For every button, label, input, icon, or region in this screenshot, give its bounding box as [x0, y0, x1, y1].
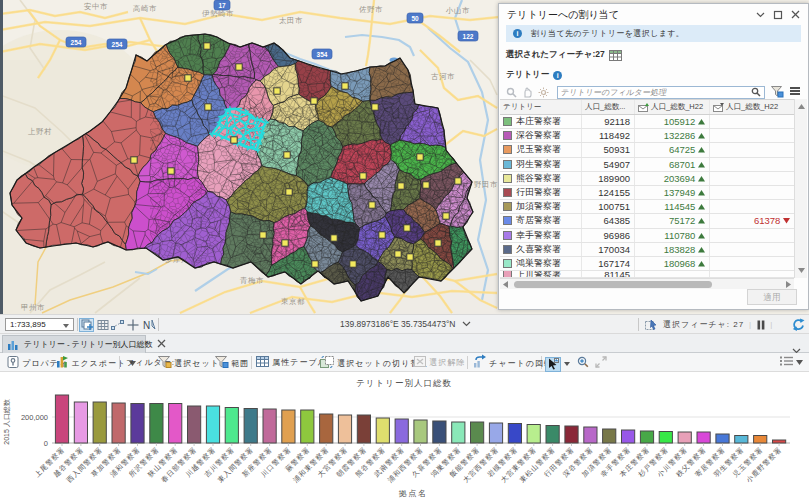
svg-text:N: N [143, 320, 150, 331]
svg-text:伊勢崎市: 伊勢崎市 [202, 9, 234, 18]
svg-text:野田市: 野田市 [474, 180, 498, 189]
svg-text:東京都: 東京都 [281, 297, 305, 306]
svg-text:高崎市: 高崎市 [133, 4, 157, 13]
svg-text:254: 254 [71, 39, 82, 46]
svg-text:安中市: 安中市 [84, 2, 108, 11]
svg-text:拠点名: 拠点名 [399, 489, 428, 498]
svg-text:0: 0 [44, 439, 48, 448]
svg-text:佐野市: 佐野市 [359, 5, 383, 14]
svg-text:17: 17 [218, 2, 226, 9]
svg-text:上野村: 上野村 [28, 127, 52, 136]
svg-text:甲州市: 甲州市 [21, 303, 45, 312]
svg-text:古河市: 古河市 [431, 72, 455, 81]
svg-text:青梅市: 青梅市 [240, 276, 264, 285]
svg-text:354: 354 [317, 51, 328, 58]
svg-text:50: 50 [411, 15, 419, 22]
svg-text:太田市: 太田市 [279, 16, 303, 25]
svg-text:122: 122 [463, 33, 474, 40]
svg-text:254: 254 [112, 41, 123, 48]
svg-text:2015 人口総数: 2015 人口総数 [3, 398, 11, 445]
svg-text:小山市: 小山市 [445, 6, 470, 15]
svg-text:200,000: 200,000 [21, 413, 48, 422]
svg-text:テリトリー別人口総数: テリトリー別人口総数 [356, 378, 452, 388]
